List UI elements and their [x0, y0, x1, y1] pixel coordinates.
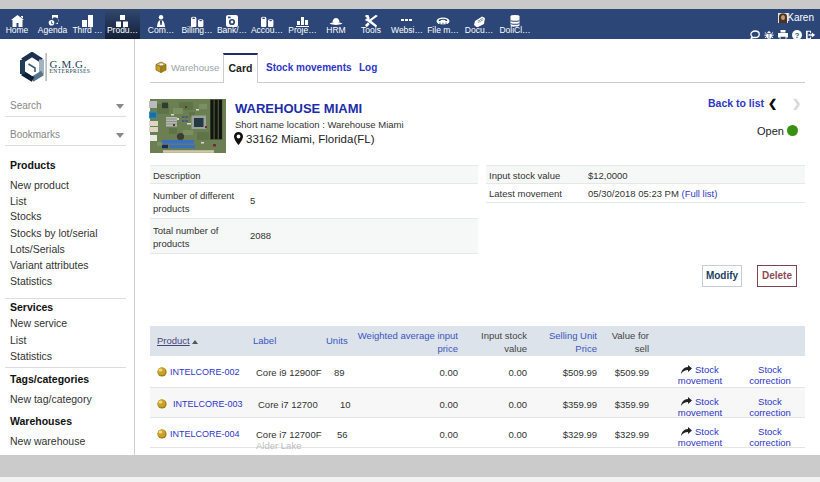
svg-text:ENTERPRISES: ENTERPRISES — [50, 68, 91, 74]
